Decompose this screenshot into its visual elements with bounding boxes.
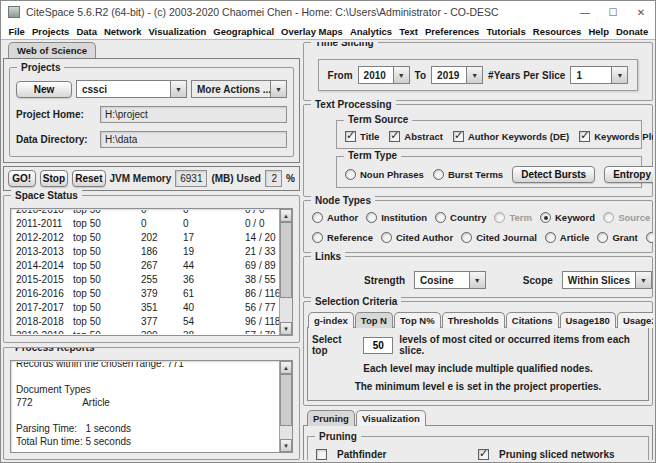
tab-usage180[interactable]: Usage180 [560, 312, 616, 328]
to-year-combo[interactable]: 2019 [431, 66, 483, 84]
close-button[interactable]: ✕ [627, 2, 655, 23]
table-row[interactable]: 2012-2012 top 50 202 17 14 / 20 [12, 231, 279, 245]
process-reports-scrollbar[interactable] [279, 361, 292, 452]
radio-noun-phrases[interactable]: Noun Phrases [345, 169, 424, 180]
data-directory-label: Data Directory: [16, 134, 96, 145]
scope-combo[interactable]: Within Slices [562, 271, 652, 289]
radio-burst-terms[interactable]: Burst Terms [433, 169, 503, 180]
radio-cited-journal[interactable]: Cited Journal [461, 232, 537, 243]
scroll-up-icon[interactable] [280, 361, 292, 374]
checkbox-pathfinder[interactable]: Pathfinder [316, 449, 478, 460]
tab-web-of-science[interactable]: Web of Science [8, 42, 96, 58]
table-row[interactable]: 2011-2011 top 50 0 0 0 / 0 [12, 217, 279, 231]
radio-claim[interactable]: Claim [646, 232, 653, 243]
table-row[interactable]: 2017-2017 top 50 351 40 56 / 77 [12, 301, 279, 315]
scrollbar-thumb[interactable] [280, 374, 292, 426]
cell-years: 2016-2016 [16, 287, 73, 301]
checkbox-title[interactable]: Title [345, 131, 379, 142]
project-combo[interactable]: cssci [76, 80, 187, 98]
checkbox-icon [453, 131, 464, 142]
table-row[interactable]: 2016-2016 top 50 379 61 86 / 116 [12, 287, 279, 301]
years-per-slice-combo[interactable]: 1 [570, 66, 628, 84]
menu-item-resources[interactable]: Resources [529, 26, 585, 37]
menu-item-network[interactable]: Network [100, 26, 144, 37]
radio-cited-author[interactable]: Cited Author [381, 232, 453, 243]
tab-thresholds[interactable]: Thresholds [442, 312, 505, 328]
scroll-down-icon[interactable] [280, 322, 292, 335]
radio-keyword[interactable]: Keyword [540, 212, 595, 223]
reset-button[interactable]: Reset [72, 170, 105, 187]
chevron-down-icon[interactable] [466, 67, 482, 83]
scroll-up-icon[interactable] [280, 209, 292, 222]
tab-top-n[interactable]: Top N [355, 312, 393, 328]
report-line: Total Run time: 5 seconds [12, 435, 279, 448]
radio-icon [597, 232, 608, 243]
table-row[interactable]: 2015-2015 top 50 255 36 38 / 55 [12, 273, 279, 287]
menu-item-overlay-maps[interactable]: Overlay Maps [278, 26, 347, 37]
radio-reference[interactable]: Reference [312, 232, 373, 243]
detect-bursts-button[interactable]: Detect Bursts [512, 166, 595, 183]
table-row[interactable]: 2014-2014 top 50 267 44 69 / 89 [12, 259, 279, 273]
menu-item-tutorials[interactable]: Tutorials [483, 26, 529, 37]
checkbox-abstract[interactable]: Abstract [389, 131, 443, 142]
maximize-button[interactable]: ☐ [599, 2, 627, 23]
chevron-down-icon[interactable] [635, 272, 651, 288]
scroll-down-icon[interactable] [280, 439, 292, 452]
cell-top: top 50 [73, 231, 141, 245]
menu-item-visualization[interactable]: Visualization [145, 26, 210, 37]
radio-country[interactable]: Country [435, 212, 486, 223]
app-icon [8, 6, 20, 18]
chevron-down-icon[interactable] [393, 67, 409, 83]
tab-usage2013[interactable]: Usage2013 [617, 312, 653, 328]
tab-g-index[interactable]: g-index [308, 312, 354, 328]
strength-combo[interactable]: Cosine [414, 271, 486, 289]
table-row[interactable]: 2019-2019 top 50 300 38 57 / 70 [12, 329, 279, 334]
left-panel: Web of Science Projects New cssci More A… [3, 42, 300, 460]
table-row[interactable]: 2013-2013 top 50 186 19 21 / 33 [12, 245, 279, 259]
tab-top-n-percent[interactable]: Top N% [394, 312, 441, 328]
chevron-down-icon[interactable] [170, 81, 186, 97]
menu-item-analytics[interactable]: Analytics [346, 26, 395, 37]
radio-institution[interactable]: Institution [366, 212, 427, 223]
menu-item-file[interactable]: File [5, 26, 28, 37]
stop-button[interactable]: Stop [40, 170, 69, 187]
cell-ratio: 86 / 116 [245, 287, 279, 301]
table-row[interactable]: 2018-2018 top 50 377 54 96 / 118 [12, 315, 279, 329]
window-title: CiteSpace 5.6.R2 (64-bit) - (c) 2003-202… [26, 6, 571, 18]
menu-item-text[interactable]: Text [396, 26, 422, 37]
checkbox-pruning-sliced-networks[interactable]: Pruning sliced networks [478, 449, 640, 460]
menu-item-projects[interactable]: Projects [28, 26, 73, 37]
chevron-down-icon[interactable] [469, 272, 485, 288]
minimize-button[interactable]: — [571, 2, 599, 23]
tab-pruning[interactable]: Pruning [307, 410, 355, 426]
menu-item-data[interactable]: Data [73, 26, 101, 37]
menu-item-geographical[interactable]: Geographical [210, 26, 278, 37]
radio-label: Term [509, 212, 532, 223]
radio-author[interactable]: Author [312, 212, 358, 223]
go-button[interactable]: GO! [8, 170, 36, 187]
chevron-down-icon[interactable] [611, 67, 627, 83]
table-row[interactable]: 2010-2010 top 50 0 0 0 / 0 [12, 210, 279, 217]
scrollbar-thumb[interactable] [280, 222, 292, 298]
tab-visualization[interactable]: Visualization [356, 410, 426, 426]
menu-item-help[interactable]: Help [585, 26, 613, 37]
report-line [12, 370, 279, 383]
new-project-button[interactable]: New [16, 81, 72, 98]
more-actions-combo[interactable]: More Actions ... [191, 80, 287, 98]
chevron-down-icon[interactable] [270, 81, 286, 97]
from-year-combo[interactable]: 2010 [358, 66, 410, 84]
radio-grant[interactable]: Grant [597, 232, 637, 243]
menu-item-preferences[interactable]: Preferences [421, 26, 482, 37]
select-top-input[interactable] [363, 337, 393, 354]
cell-top: top 50 [73, 273, 141, 287]
space-status-scrollbar[interactable] [279, 209, 292, 335]
bottom-tab-strip: Pruning Visualization [303, 410, 653, 426]
checkbox-keywords-plus[interactable]: Keywords Plus (ID) [579, 131, 653, 142]
tab-citations[interactable]: Citations [506, 312, 559, 328]
radio-article[interactable]: Article [545, 232, 590, 243]
checkbox-author-keywords[interactable]: Author Keywords (DE) [453, 131, 569, 142]
menu-item-donate[interactable]: Donate [612, 26, 651, 37]
entropy-button[interactable]: Entropy [604, 166, 653, 183]
project-home-field[interactable]: H:\project [100, 106, 287, 123]
data-directory-field[interactable]: H:\data [100, 131, 287, 148]
